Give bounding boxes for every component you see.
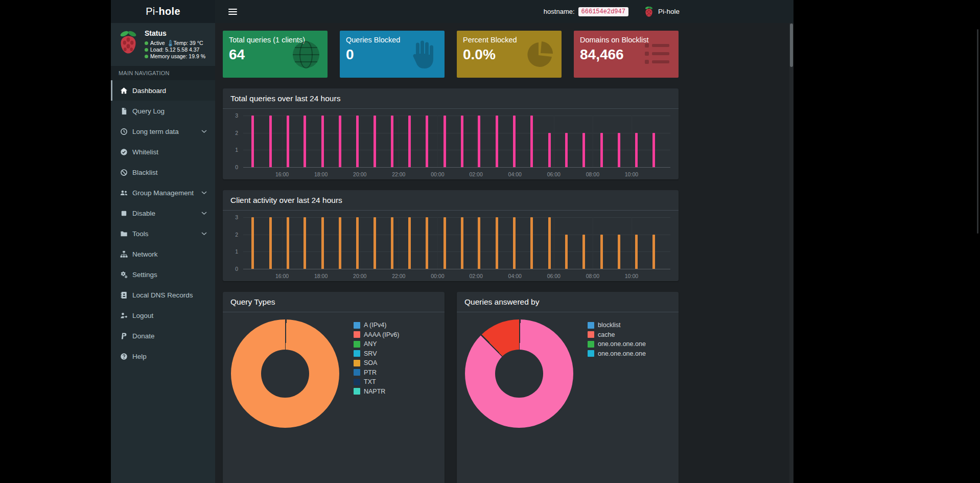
navbar-right: hostname: 666154e2d947 Pi-hole [544, 6, 680, 17]
chart-bar [374, 116, 376, 167]
sidebar-item-blacklist[interactable]: Blacklist [111, 162, 215, 182]
status-panel: Status Active Temp: 39 °C Load: 5.12 5.5… [111, 23, 215, 66]
users-icon [120, 189, 132, 197]
client-activity-chart: 012316:0018:0020:0022:0000:0002:0004:000… [228, 215, 673, 279]
sidebar-item-dashboard[interactable]: Dashboard [111, 80, 215, 101]
status-active-label: Active [150, 40, 165, 47]
legend-item[interactable]: one.one.one.one [588, 339, 646, 349]
sidebar-item-label: Donate [132, 332, 213, 340]
file-icon [120, 107, 132, 115]
chart-bar [513, 217, 516, 269]
x-axis-tick: 10:00 [625, 273, 638, 279]
x-axis-tick: 10:00 [625, 171, 638, 177]
y-axis-tick: 2 [235, 232, 238, 238]
check-circle-icon [120, 148, 132, 156]
bottom-panels-row: Query Types A (IPv4)AAAA (IPv6)ANYSRVSOA… [223, 292, 679, 483]
sidebar-item-label: Tools [132, 230, 201, 238]
legend-swatch [354, 369, 360, 376]
legend-item[interactable]: cache [588, 330, 646, 340]
stat-card-queries-blocked: Queries Blocked0 [340, 31, 445, 78]
app-logo[interactable]: Pi-hole [111, 0, 215, 23]
sidebar-item-disable[interactable]: Disable [111, 203, 215, 223]
temp-value: 39 °C [190, 40, 203, 47]
sitemap-icon [120, 250, 132, 258]
chart-bar [269, 217, 272, 269]
legend-item[interactable]: A (IPv4) [354, 320, 399, 330]
brand-name: Pi-hole [658, 8, 680, 15]
sidebar-toggle-button[interactable] [223, 5, 242, 19]
chart-bar [548, 217, 551, 269]
chart-bar [374, 217, 376, 269]
donut-hole [495, 350, 543, 397]
sidebar-item-tools[interactable]: Tools [111, 223, 215, 244]
sidebar-item-help[interactable]: Help [111, 346, 215, 366]
x-axis-tick: 16:00 [275, 273, 289, 279]
chart-bar [478, 217, 480, 269]
sidebar-item-query-log[interactable]: Query Log [111, 101, 215, 121]
stat-card-total-queries-1-clients: Total queries (1 clients)64 [223, 31, 328, 78]
chart-bar [356, 217, 359, 269]
chart-bar [444, 217, 446, 269]
legend-label: TXT [364, 378, 376, 385]
list-icon [641, 38, 673, 71]
sidebar-item-local-dns-records[interactable]: Local DNS Records [111, 285, 215, 305]
legend-item[interactable]: NAPTR [354, 387, 399, 397]
legend-item[interactable]: one.one.one.one [588, 349, 646, 359]
total-queries-chart: 012316:0018:0020:0022:0000:0002:0004:000… [228, 113, 673, 177]
legend-label: ANY [364, 340, 377, 348]
chart-bar [461, 116, 463, 167]
queries-answered-donut-chart [465, 319, 573, 428]
legend-item[interactable]: AAAA (IPv6) [354, 330, 399, 340]
chart-bar [530, 116, 533, 167]
sidebar-item-network[interactable]: Network [111, 244, 215, 264]
sidebar-item-label: Blacklist [132, 169, 213, 176]
chart-bar [251, 116, 254, 167]
home-icon [120, 87, 132, 95]
legend-swatch [588, 331, 594, 338]
sidebar-item-settings[interactable]: Settings [111, 264, 215, 285]
query-types-panel: Query Types A (IPv4)AAAA (IPv6)ANYSRVSOA… [223, 292, 445, 483]
chart-bar [496, 217, 498, 269]
legend-swatch [354, 388, 360, 395]
browser-scrollbar[interactable] [789, 0, 794, 483]
pihole-raspberry-icon [644, 6, 654, 17]
chart-bar [530, 217, 533, 269]
legend-item[interactable]: SRV [354, 349, 399, 359]
legend-item[interactable]: PTR [354, 368, 399, 378]
legend-item[interactable]: blocklist [588, 320, 646, 330]
scrollbar-thumb[interactable] [790, 24, 793, 67]
chart-bar [287, 217, 289, 269]
sidebar-item-label: Disable [132, 210, 201, 217]
legend-label: one.one.one.one [598, 340, 646, 348]
chart-bar [618, 133, 620, 167]
chart-bar [444, 116, 446, 167]
chevron-down-icon [201, 212, 207, 215]
sidebar-item-group-management[interactable]: Group Management [111, 182, 215, 203]
y-axis-tick: 0 [235, 266, 238, 272]
sidebar-item-whitelist[interactable]: Whitelist [111, 142, 215, 162]
chart-bar [426, 217, 428, 269]
sidebar-item-logout[interactable]: Logout [111, 305, 215, 326]
legend-label: NAPTR [364, 388, 385, 395]
client-activity-panel: Client activity over last 24 hours 01231… [223, 190, 679, 281]
memory-value: 19.9 % [189, 53, 205, 60]
legend-item[interactable]: TXT [354, 377, 399, 387]
panel-header: Total queries over last 24 hours [223, 88, 679, 109]
x-axis-tick: 00:00 [431, 273, 444, 279]
x-axis-tick: 04:00 [508, 171, 522, 177]
chart-bar [408, 116, 411, 167]
legend-item[interactable]: SOA [354, 358, 399, 368]
sidebar-item-donate[interactable]: Donate [111, 326, 215, 346]
x-axis-tick: 20:00 [353, 171, 366, 177]
x-axis-tick: 22:00 [392, 273, 405, 279]
paypal-icon [120, 332, 132, 340]
sidebar: Status Active Temp: 39 °C Load: 5.12 5.5… [111, 23, 215, 483]
status-ok-dot [145, 48, 148, 52]
status-title: Status [145, 29, 211, 37]
sidebar-item-long-term-data[interactable]: Long term data [111, 121, 215, 142]
hand-icon [407, 38, 439, 71]
panel-title: Query Types [230, 297, 275, 306]
legend-item[interactable]: ANY [354, 339, 399, 349]
chart-bar [496, 116, 498, 167]
chart-bar [321, 116, 324, 167]
